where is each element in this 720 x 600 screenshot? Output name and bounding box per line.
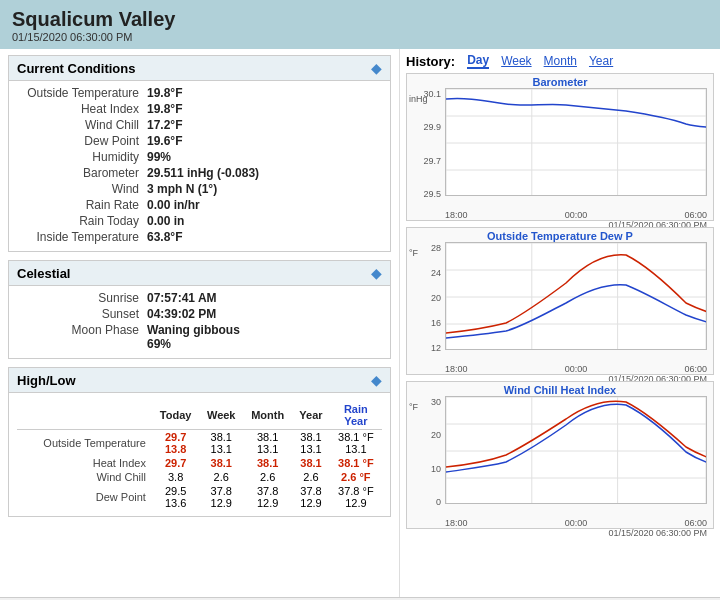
highlow-title: High/Low — [17, 373, 76, 388]
hl-row-label: Wind Chill — [17, 470, 152, 484]
history-tab-year[interactable]: Year — [589, 54, 613, 68]
hl-cell: 38.1 — [243, 456, 292, 470]
hl-cell: 37.812.9 — [199, 484, 243, 510]
hl-cell: 2.6 °F — [330, 470, 382, 484]
left-panel: Current Conditions ◆ Outside Temperature… — [0, 49, 400, 597]
hl-cell: 2.6 — [292, 470, 329, 484]
main-layout: Current Conditions ◆ Outside Temperature… — [0, 49, 720, 597]
chart-title-0: Barometer — [407, 74, 713, 88]
condition-label: Dew Point — [17, 134, 147, 148]
condition-value: 19.6°F — [147, 134, 182, 148]
hl-row-label: Dew Point — [17, 484, 152, 510]
history-tab-month[interactable]: Month — [544, 54, 577, 68]
condition-row: Humidity99% — [17, 149, 382, 165]
current-conditions-section: Current Conditions ◆ Outside Temperature… — [8, 55, 391, 252]
celestial-label: Sunrise — [17, 291, 147, 305]
condition-label: Heat Index — [17, 102, 147, 116]
chart-xtick: 00:00 — [565, 518, 588, 528]
hl-col-header: Month — [243, 401, 292, 430]
condition-value: 0.00 in — [147, 214, 184, 228]
chart-xaxis-2: 18:0000:0006:00 — [445, 518, 707, 528]
chart-title-2: Wind Chill Heat Index — [407, 382, 713, 396]
chart-xtick: 18:00 — [445, 364, 468, 374]
chart-ytick-0-1: 29.9 — [409, 122, 441, 132]
hl-cell: 29.713.8 — [152, 430, 199, 457]
condition-label: Wind — [17, 182, 147, 196]
condition-row: Dew Point19.6°F — [17, 133, 382, 149]
chart-xtick: 18:00 — [445, 210, 468, 220]
hl-cell: 29.513.6 — [152, 484, 199, 510]
chart-xtick: 18:00 — [445, 518, 468, 528]
current-conditions-diamond: ◆ — [371, 60, 382, 76]
hl-row-label: Outside Temperature — [17, 430, 152, 457]
condition-value: 19.8°F — [147, 102, 182, 116]
chart-date-footer-2: 01/15/2020 06:30:00 PM — [407, 528, 713, 538]
station-name: Squalicum Valley — [12, 8, 708, 31]
chart-ytick-2-3: 0 — [409, 497, 441, 507]
condition-value: 29.511 inHg (-0.083) — [147, 166, 259, 180]
chart-ytick-2-0: 30 — [409, 397, 441, 407]
condition-label: Rain Today — [17, 214, 147, 228]
chart-ytick-1-4: 12 — [409, 343, 441, 353]
hl-cell: 38.1 °F — [330, 456, 382, 470]
history-tab-day[interactable]: Day — [467, 53, 489, 69]
celestial-label: Moon Phase — [17, 323, 147, 351]
condition-value: 3 mph N (1°) — [147, 182, 217, 196]
celestial-row: Sunset04:39:02 PM — [17, 306, 382, 322]
condition-row: Outside Temperature19.8°F — [17, 85, 382, 101]
hl-cell: 38.1 °F13.1 — [330, 430, 382, 457]
hl-col-header: Year — [292, 401, 329, 430]
hl-cell: 38.1 — [199, 456, 243, 470]
condition-value: 17.2°F — [147, 118, 182, 132]
current-conditions-title: Current Conditions — [17, 61, 135, 76]
charts-container: BarometerinHg30.129.929.729.518:0000:000… — [406, 73, 714, 529]
hl-cell: 2.6 — [199, 470, 243, 484]
chart-ytick-1-2: 20 — [409, 293, 441, 303]
chart-xaxis-0: 18:0000:0006:00 — [445, 210, 707, 220]
hl-col-header: Week — [199, 401, 243, 430]
chart-1: Outside Temperature Dew P°F282420161218:… — [406, 227, 714, 375]
chart-ytick-2-2: 10 — [409, 464, 441, 474]
celestial-row: Moon PhaseWaning gibbous69% — [17, 322, 382, 352]
station-datetime: 01/15/2020 06:30:00 PM — [12, 31, 708, 43]
condition-row: Barometer29.511 inHg (-0.083) — [17, 165, 382, 181]
chart-area-1 — [445, 242, 707, 350]
condition-value: 99% — [147, 150, 171, 164]
highlow-header: High/Low ◆ — [9, 368, 390, 393]
hl-cell: 3.8 — [152, 470, 199, 484]
highlow-section: High/Low ◆ TodayWeekMonthYearRainYearOut… — [8, 367, 391, 517]
chart-area-0 — [445, 88, 707, 196]
hl-col-header: Today — [152, 401, 199, 430]
condition-row: Heat Index19.8°F — [17, 101, 382, 117]
chart-xtick: 06:00 — [684, 210, 707, 220]
hl-cell: 37.812.9 — [243, 484, 292, 510]
hl-cell: 29.7 — [152, 456, 199, 470]
current-conditions-body: Outside Temperature19.8°FHeat Index19.8°… — [9, 81, 390, 251]
condition-row: Rain Rate0.00 in/hr — [17, 197, 382, 213]
hl-row-label: Heat Index — [17, 456, 152, 470]
header: Squalicum Valley 01/15/2020 06:30:00 PM — [0, 0, 720, 49]
condition-label: Outside Temperature — [17, 86, 147, 100]
hl-cell: 2.6 — [243, 470, 292, 484]
celestial-diamond: ◆ — [371, 265, 382, 281]
history-nav: History: Day Week Month Year — [406, 53, 714, 69]
chart-ytick-1-3: 16 — [409, 318, 441, 328]
condition-label: Rain Rate — [17, 198, 147, 212]
celestial-title: Celestial — [17, 266, 70, 281]
chart-xtick: 00:00 — [565, 210, 588, 220]
history-tab-week[interactable]: Week — [501, 54, 531, 68]
chart-ytick-1-0: 28 — [409, 243, 441, 253]
chart-2: Wind Chill Heat Index°F302010018:0000:00… — [406, 381, 714, 529]
right-panel: History: Day Week Month Year Barometerin… — [400, 49, 720, 597]
celestial-label: Sunset — [17, 307, 147, 321]
celestial-value: 04:39:02 PM — [147, 307, 216, 321]
highlow-body: TodayWeekMonthYearRainYearOutside Temper… — [9, 393, 390, 516]
chart-ytick-1-1: 24 — [409, 268, 441, 278]
chart-ytick-0-2: 29.7 — [409, 156, 441, 166]
hl-data-row: Dew Point29.513.637.812.937.812.937.812.… — [17, 484, 382, 510]
celestial-row: Sunrise07:57:41 AM — [17, 290, 382, 306]
chart-ytick-0-0: 30.1 — [409, 89, 441, 99]
celestial-body: Sunrise07:57:41 AMSunset04:39:02 PMMoon … — [9, 286, 390, 358]
condition-value: 0.00 in/hr — [147, 198, 200, 212]
celestial-section: Celestial ◆ Sunrise07:57:41 AMSunset04:3… — [8, 260, 391, 359]
